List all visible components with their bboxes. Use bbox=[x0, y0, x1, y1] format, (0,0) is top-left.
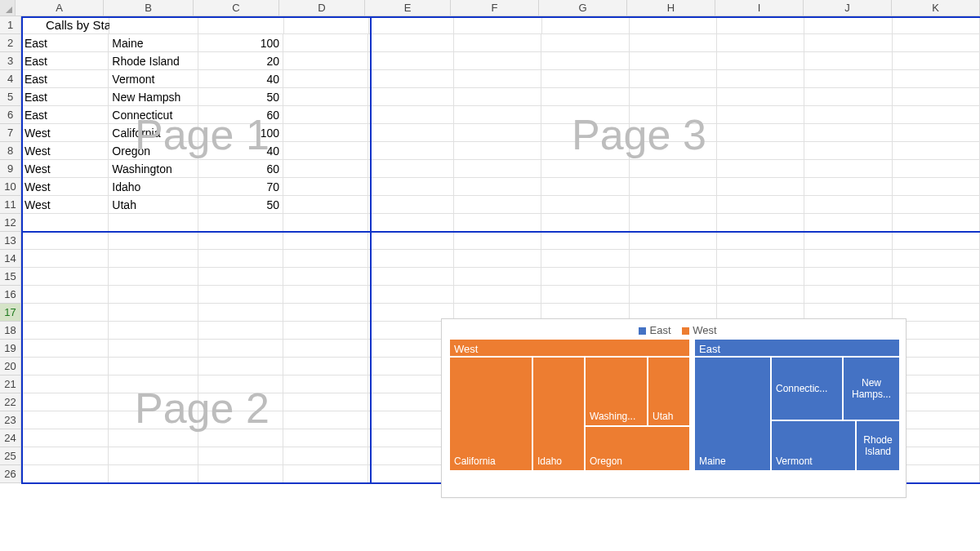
row-header-6[interactable]: 6 bbox=[0, 106, 21, 124]
cell-F10[interactable] bbox=[454, 178, 541, 196]
cell-B17[interactable] bbox=[109, 304, 198, 322]
cell-E13[interactable] bbox=[368, 232, 453, 250]
cell-J15[interactable] bbox=[804, 268, 892, 286]
cell-K11[interactable] bbox=[893, 196, 980, 214]
col-header-E[interactable]: E bbox=[365, 0, 451, 16]
cell-C16[interactable] bbox=[198, 286, 283, 304]
cell-E14[interactable] bbox=[368, 250, 453, 268]
cell-B3[interactable]: Rhode Island bbox=[109, 52, 198, 70]
cell-E2[interactable] bbox=[368, 34, 453, 52]
cell-K5[interactable] bbox=[893, 88, 980, 106]
cell-D5[interactable] bbox=[283, 88, 368, 106]
cell-F15[interactable] bbox=[454, 268, 541, 286]
row-header-23[interactable]: 23 bbox=[0, 411, 21, 429]
cell-C19[interactable] bbox=[198, 340, 283, 358]
cell-D17[interactable] bbox=[283, 304, 368, 322]
cell-C13[interactable] bbox=[198, 232, 283, 250]
cell-K7[interactable] bbox=[893, 124, 980, 142]
cell-E9[interactable] bbox=[368, 160, 453, 178]
cell-J14[interactable] bbox=[804, 250, 892, 268]
cell-A13[interactable] bbox=[21, 232, 109, 250]
cell-G3[interactable] bbox=[541, 52, 629, 70]
cell-G12[interactable] bbox=[541, 214, 629, 232]
cell-A25[interactable] bbox=[21, 447, 109, 465]
cell-B13[interactable] bbox=[109, 232, 198, 250]
cell-J6[interactable] bbox=[804, 106, 892, 124]
cell-D12[interactable] bbox=[283, 214, 368, 232]
cell-I12[interactable] bbox=[717, 214, 804, 232]
cell-B8[interactable]: Oregon bbox=[109, 142, 198, 160]
cell-C17[interactable] bbox=[198, 304, 283, 322]
cell-J7[interactable] bbox=[804, 124, 892, 142]
cell-D4[interactable] bbox=[283, 70, 368, 88]
cell-G1[interactable] bbox=[542, 16, 630, 34]
cell-H14[interactable] bbox=[630, 250, 717, 268]
cell-C20[interactable] bbox=[198, 358, 283, 375]
cell-D22[interactable] bbox=[283, 393, 368, 411]
row-header-9[interactable]: 9 bbox=[0, 160, 21, 178]
cell-B14[interactable] bbox=[109, 250, 198, 268]
cell-I5[interactable] bbox=[717, 88, 804, 106]
cell-G13[interactable] bbox=[541, 232, 629, 250]
cell-G9[interactable] bbox=[541, 160, 629, 178]
cell-J11[interactable] bbox=[804, 196, 892, 214]
cell-I14[interactable] bbox=[717, 250, 804, 268]
cell-F13[interactable] bbox=[454, 232, 541, 250]
row-header-21[interactable]: 21 bbox=[0, 375, 21, 393]
cell-J12[interactable] bbox=[804, 214, 892, 232]
cell-D23[interactable] bbox=[283, 411, 368, 429]
cell-J9[interactable] bbox=[804, 160, 892, 178]
cell-B25[interactable] bbox=[109, 447, 198, 465]
cell-C25[interactable] bbox=[198, 447, 283, 465]
cell-G16[interactable] bbox=[541, 286, 629, 304]
cell-B4[interactable]: Vermont bbox=[109, 70, 198, 88]
cell-C8[interactable]: 40 bbox=[198, 142, 283, 160]
row-header-20[interactable]: 20 bbox=[0, 358, 21, 375]
cell-B21[interactable] bbox=[109, 375, 198, 393]
cell-A4[interactable]: East bbox=[21, 70, 109, 88]
cell-G15[interactable] bbox=[541, 268, 629, 286]
cell-B9[interactable]: Washington bbox=[109, 160, 198, 178]
cell-K16[interactable] bbox=[893, 286, 980, 304]
col-header-I[interactable]: I bbox=[715, 0, 804, 16]
cell-D9[interactable] bbox=[283, 160, 368, 178]
row-header-26[interactable]: 26 bbox=[0, 465, 21, 483]
tile-rhode-island[interactable]: Rhode Island bbox=[857, 421, 899, 470]
cell-C10[interactable]: 70 bbox=[198, 178, 283, 196]
cell-H9[interactable] bbox=[630, 160, 717, 178]
cell-H13[interactable] bbox=[630, 232, 717, 250]
cell-D16[interactable] bbox=[283, 286, 368, 304]
cell-H10[interactable] bbox=[630, 178, 717, 196]
cell-B1[interactable] bbox=[109, 16, 198, 34]
cell-J1[interactable] bbox=[804, 16, 892, 34]
cell-C22[interactable] bbox=[198, 393, 283, 411]
cell-D25[interactable] bbox=[283, 447, 368, 465]
cell-K9[interactable] bbox=[893, 160, 980, 178]
cell-A6[interactable]: East bbox=[21, 106, 109, 124]
cell-I9[interactable] bbox=[717, 160, 804, 178]
cell-C5[interactable]: 50 bbox=[198, 88, 283, 106]
cell-B18[interactable] bbox=[109, 322, 198, 340]
cell-F9[interactable] bbox=[454, 160, 541, 178]
cell-E6[interactable] bbox=[368, 106, 453, 124]
cell-D1[interactable] bbox=[284, 16, 369, 34]
cell-I2[interactable] bbox=[717, 34, 804, 52]
cell-G14[interactable] bbox=[541, 250, 629, 268]
cell-B26[interactable] bbox=[109, 465, 198, 483]
cell-A23[interactable] bbox=[21, 411, 109, 429]
cell-A16[interactable] bbox=[21, 286, 109, 304]
cell-F16[interactable] bbox=[454, 286, 541, 304]
cell-E5[interactable] bbox=[368, 88, 453, 106]
cell-J2[interactable] bbox=[804, 34, 892, 52]
cell-E12[interactable] bbox=[368, 214, 453, 232]
cell-A5[interactable]: East bbox=[21, 88, 109, 106]
cell-B5[interactable]: New Hampsh bbox=[109, 88, 198, 106]
cell-F8[interactable] bbox=[454, 142, 541, 160]
row-header-2[interactable]: 2 bbox=[0, 34, 21, 52]
cell-K8[interactable] bbox=[893, 142, 980, 160]
cell-B6[interactable]: Connecticut bbox=[109, 106, 198, 124]
row-header-15[interactable]: 15 bbox=[0, 268, 21, 286]
cell-D19[interactable] bbox=[283, 340, 368, 358]
cell-A18[interactable] bbox=[21, 322, 109, 340]
col-header-F[interactable]: F bbox=[451, 0, 539, 16]
